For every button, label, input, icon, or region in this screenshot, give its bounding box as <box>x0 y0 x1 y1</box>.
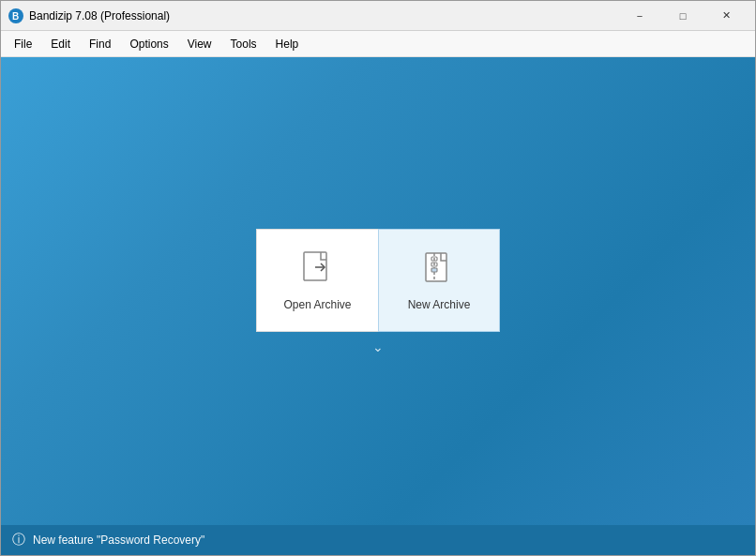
svg-text:B: B <box>12 11 19 22</box>
menu-item-view[interactable]: View <box>178 34 221 54</box>
new-archive-label: New Archive <box>408 298 471 311</box>
title-text: Bandizip 7.08 (Professional) <box>29 9 170 23</box>
main-area: Open Archive New Archive ⌄ <box>1 57 755 525</box>
menu-item-file[interactable]: File <box>5 34 41 54</box>
close-button[interactable]: ✕ <box>704 1 748 31</box>
menu-item-find[interactable]: Find <box>80 34 120 54</box>
menu-item-tools[interactable]: Tools <box>221 34 266 54</box>
app-icon: B <box>8 8 23 23</box>
menu-item-edit[interactable]: Edit <box>41 34 80 54</box>
menu-bar: FileEditFindOptionsViewToolsHelp <box>1 31 755 57</box>
title-bar: B Bandizip 7.08 (Professional) − □ ✕ <box>1 1 755 31</box>
info-icon: ⓘ <box>12 532 25 548</box>
menu-item-options[interactable]: Options <box>120 34 177 54</box>
window-controls: − □ ✕ <box>618 1 748 31</box>
new-archive-icon <box>419 249 459 289</box>
maximize-button[interactable]: □ <box>661 1 704 31</box>
open-archive-label: Open Archive <box>283 298 351 311</box>
open-archive-icon <box>298 249 338 289</box>
title-left: B Bandizip 7.08 (Professional) <box>8 8 170 23</box>
status-text: New feature "Password Recovery" <box>33 533 204 547</box>
svg-rect-8 <box>431 268 437 272</box>
new-archive-card[interactable]: New Archive <box>378 229 500 332</box>
status-bar: ⓘ New feature "Password Recovery" <box>1 525 755 555</box>
chevron-down-icon[interactable]: ⌄ <box>372 339 384 354</box>
menu-item-help[interactable]: Help <box>266 34 309 54</box>
open-archive-card[interactable]: Open Archive <box>256 229 378 332</box>
chevron-container[interactable]: ⌄ <box>256 339 500 354</box>
cards-container: Open Archive New Archive <box>256 229 500 332</box>
minimize-button[interactable]: − <box>618 1 661 31</box>
